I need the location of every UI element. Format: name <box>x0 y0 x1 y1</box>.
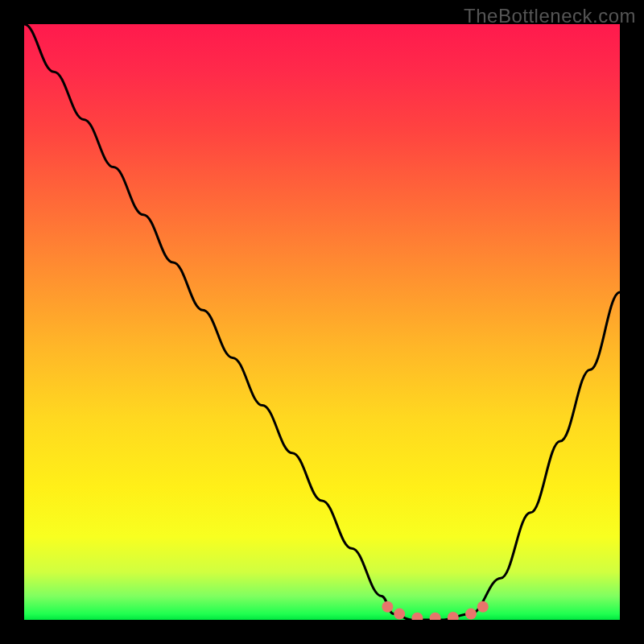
marker-dot <box>448 612 459 620</box>
plot-area <box>24 24 620 620</box>
watermark-text: TheBottleneck.com <box>464 5 636 27</box>
marker-dot <box>394 609 405 620</box>
marker-dot <box>382 601 393 613</box>
marker-dot <box>430 613 441 620</box>
marker-dot <box>465 609 477 620</box>
marker-dot <box>477 601 489 613</box>
marker-dot <box>411 613 423 620</box>
optimal-zone-markers <box>24 24 620 620</box>
